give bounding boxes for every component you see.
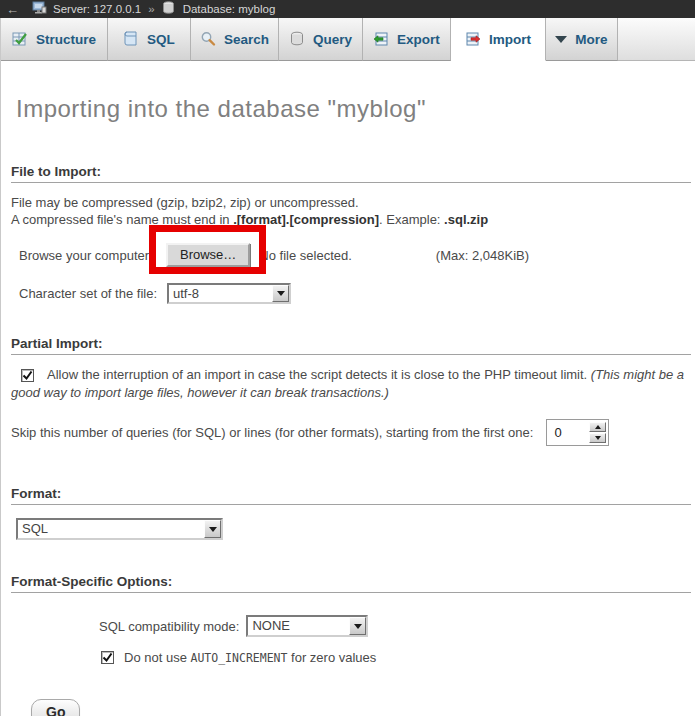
page-title: Importing into the database "myblog" xyxy=(16,95,695,123)
sql-compat-selected-value: NONE xyxy=(248,617,349,635)
charset-select-arrow[interactable] xyxy=(272,285,289,302)
compression-line2-mid: . Example: xyxy=(379,212,444,227)
skip-queries-stepper[interactable]: 0 xyxy=(546,419,609,446)
tab-label: Export xyxy=(397,32,440,47)
autoinc-suffix: for zero values xyxy=(287,650,376,665)
compression-line1: File may be compressed (gzip, bzip2, zip… xyxy=(11,195,359,210)
charset-select[interactable]: utf-8 xyxy=(167,283,291,304)
tab-more[interactable]: More xyxy=(546,18,618,61)
breadcrumb-server[interactable]: Server: 127.0.0.1 xyxy=(53,3,141,15)
caret-up-icon xyxy=(595,425,601,429)
sql-compat-row: SQL compatibility mode: NONE xyxy=(99,615,695,637)
checkmark-icon xyxy=(22,370,33,381)
content-area: Structure SQL Search Query xyxy=(0,18,695,716)
tab-import[interactable]: Import xyxy=(451,18,546,61)
format-select-arrow[interactable] xyxy=(204,520,221,538)
autoinc-code: AUTO_INCREMENT xyxy=(191,651,288,665)
search-icon xyxy=(200,31,216,47)
export-icon xyxy=(373,31,389,47)
tab-label: More xyxy=(575,32,607,47)
autoinc-prefix: Do not use xyxy=(124,650,191,665)
tab-sql[interactable]: SQL xyxy=(108,18,191,61)
chevron-down-icon xyxy=(555,36,567,43)
sql-compat-select[interactable]: NONE xyxy=(246,615,368,637)
autoincrement-row: Do not use AUTO_INCREMENT for zero value… xyxy=(101,650,695,665)
caret-down-icon xyxy=(209,527,217,532)
database-icon xyxy=(162,1,178,17)
compression-line2-prefix: A compressed file's name must end in xyxy=(11,212,233,227)
tab-label: Search xyxy=(224,32,269,47)
charset-label: Character set of the file: xyxy=(19,286,167,301)
skip-queries-label: Skip this number of queries (for SQL) or… xyxy=(11,425,533,440)
breadcrumb: ← Server: 127.0.0.1 » Database: myblog xyxy=(0,0,695,18)
browse-label: Browse your computer: xyxy=(19,248,166,263)
tab-bar: Structure SQL Search Query xyxy=(1,18,695,61)
no-file-text: No file selected. xyxy=(259,248,352,263)
section-partial-import: Partial Import: xyxy=(11,336,691,355)
caret-down-icon xyxy=(277,291,285,296)
allow-interrupt-label: Allow the interruption of an import in c… xyxy=(47,367,591,382)
skip-queries-value: 0 xyxy=(549,422,589,443)
caret-down-icon xyxy=(354,624,362,629)
tab-structure[interactable]: Structure xyxy=(1,18,108,61)
checkmark-icon xyxy=(102,652,113,663)
format-select[interactable]: SQL xyxy=(16,518,223,540)
import-icon xyxy=(465,31,481,47)
section-title: Format-Specific Options: xyxy=(11,574,172,589)
allow-interrupt-option: Allow the interruption of an import in c… xyxy=(11,366,689,402)
stepper-buttons xyxy=(589,422,606,443)
autoincrement-checkbox[interactable] xyxy=(101,651,114,664)
structure-icon xyxy=(12,31,28,47)
query-icon xyxy=(289,31,305,47)
section-title: Partial Import: xyxy=(11,336,103,351)
format-selected-value: SQL xyxy=(18,520,204,538)
breadcrumb-database[interactable]: Database: myblog xyxy=(183,3,276,15)
sql-compat-select-arrow[interactable] xyxy=(349,617,366,635)
allow-interrupt-checkbox[interactable] xyxy=(21,369,34,382)
caret-down-icon xyxy=(595,436,601,440)
browse-row: Browse your computer: Browse… No file se… xyxy=(19,243,695,267)
tab-bar-filler xyxy=(618,18,695,61)
stepper-down-button[interactable] xyxy=(589,433,606,443)
stepper-up-button[interactable] xyxy=(589,422,606,432)
charset-row: Character set of the file: utf-8 xyxy=(19,283,695,304)
section-file-to-import: File to Import: xyxy=(11,164,691,183)
sql-icon xyxy=(123,31,139,47)
breadcrumb-separator: » xyxy=(148,3,154,15)
back-arrow-icon[interactable]: ← xyxy=(6,2,19,17)
max-size-text: (Max: 2,048KiB) xyxy=(436,248,529,263)
format-compression-pattern: .[format].[compression] xyxy=(233,212,379,227)
section-format: Format: xyxy=(11,486,691,505)
format-row: SQL xyxy=(16,518,695,540)
charset-selected-value: utf-8 xyxy=(169,285,272,302)
example-extension: .sql.zip xyxy=(444,212,488,227)
server-icon xyxy=(32,1,48,17)
tab-label: Structure xyxy=(36,32,96,47)
section-title: Format: xyxy=(11,486,61,501)
browse-button[interactable]: Browse… xyxy=(166,243,250,267)
tab-label: Import xyxy=(489,32,531,47)
tab-search[interactable]: Search xyxy=(191,18,279,61)
compression-note: File may be compressed (gzip, bzip2, zip… xyxy=(11,194,687,228)
go-button[interactable]: Go xyxy=(31,699,80,716)
tab-export[interactable]: Export xyxy=(363,18,451,61)
autoincrement-label: Do not use AUTO_INCREMENT for zero value… xyxy=(124,650,376,665)
tab-query[interactable]: Query xyxy=(279,18,363,61)
section-format-specific: Format-Specific Options: xyxy=(11,574,691,593)
sql-compat-label: SQL compatibility mode: xyxy=(99,619,239,634)
tab-label: SQL xyxy=(147,32,175,47)
section-title: File to Import: xyxy=(11,164,101,179)
skip-queries-row: Skip this number of queries (for SQL) or… xyxy=(11,419,695,446)
tab-label: Query xyxy=(313,32,352,47)
phpmyadmin-import-page: ← Server: 127.0.0.1 » Database: myblog S… xyxy=(0,0,695,716)
